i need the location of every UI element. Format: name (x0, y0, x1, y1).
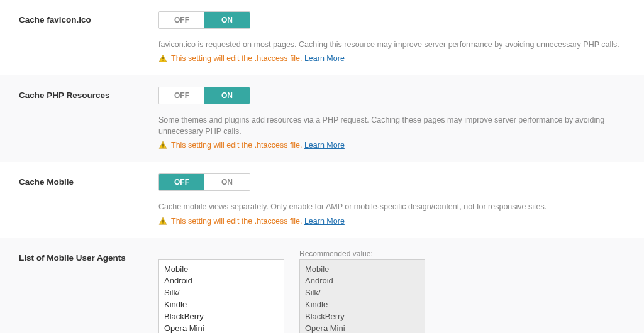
warning-text: This setting will edit the .htaccess fil… (171, 54, 302, 63)
svg-rect-5 (162, 222, 163, 223)
setting-description: Cache mobile views separately. Only enab… (158, 201, 631, 212)
learn-more-link[interactable]: Learn More (304, 141, 345, 150)
setting-content-col: OFF ON Some themes and plugins add resou… (158, 87, 631, 150)
warning-text-wrap: This setting will edit the .htaccess fil… (171, 54, 345, 63)
setting-content-col: OFF ON favicon.ico is requested on most … (158, 11, 631, 63)
warning-row: This setting will edit the .htaccess fil… (158, 141, 631, 150)
setting-description: favicon.ico is requested on most pages. … (158, 39, 631, 50)
toggle-on-button[interactable]: ON (204, 174, 250, 190)
warning-icon (158, 217, 167, 226)
setting-label: Cache PHP Resources (19, 90, 158, 100)
warning-text: This setting will edit the .htaccess fil… (171, 217, 302, 226)
recommended-block: Recommended value: (299, 249, 425, 334)
setting-label-col: List of Mobile User Agents (19, 249, 158, 334)
svg-rect-3 (162, 147, 163, 148)
setting-description: Some themes and plugins add resources vi… (158, 114, 631, 137)
user-agents-block: . (158, 249, 284, 334)
setting-label-col: Cache Mobile (19, 173, 158, 225)
toggle-off-button[interactable]: OFF (159, 12, 204, 28)
svg-rect-2 (162, 144, 163, 146)
setting-row-cache-php: Cache PHP Resources OFF ON Some themes a… (0, 75, 644, 162)
setting-label: Cache Mobile (19, 177, 158, 187)
svg-rect-4 (162, 219, 163, 222)
warning-row: This setting will edit the .htaccess fil… (158, 54, 631, 63)
setting-content-col: . Recommended value: One per line. (158, 249, 631, 334)
recommended-textarea (299, 259, 425, 334)
warning-icon (158, 141, 167, 150)
textarea-pair: . Recommended value: (158, 249, 631, 334)
mobile-agents-textarea[interactable] (158, 259, 284, 334)
setting-content-col: OFF ON Cache mobile views separately. On… (158, 173, 631, 225)
toggle-off-button[interactable]: OFF (159, 87, 204, 104)
svg-rect-0 (162, 57, 163, 60)
warning-text-wrap: This setting will edit the .htaccess fil… (171, 141, 345, 150)
toggle-cache-favicon: OFF ON (158, 11, 250, 29)
toggle-on-button[interactable]: ON (204, 87, 250, 104)
warning-row: This setting will edit the .htaccess fil… (158, 217, 631, 226)
svg-rect-1 (162, 60, 163, 60)
setting-label-col: Cache favicon.ico (19, 11, 158, 63)
toggle-cache-php: OFF ON (158, 87, 250, 104)
setting-row-cache-mobile: Cache Mobile OFF ON Cache mobile views s… (0, 162, 644, 237)
setting-label: List of Mobile User Agents (19, 253, 158, 263)
setting-row-mobile-agents: List of Mobile User Agents . Recommended… (0, 238, 644, 334)
warning-text-wrap: This setting will edit the .htaccess fil… (171, 217, 345, 226)
learn-more-link[interactable]: Learn More (304, 54, 345, 63)
warning-text: This setting will edit the .htaccess fil… (171, 141, 302, 150)
warning-icon (158, 54, 167, 63)
learn-more-link[interactable]: Learn More (304, 217, 345, 226)
setting-label: Cache favicon.ico (19, 15, 158, 25)
toggle-on-button[interactable]: ON (204, 12, 250, 28)
setting-label-col: Cache PHP Resources (19, 87, 158, 150)
toggle-cache-mobile: OFF ON (158, 173, 250, 191)
setting-row-cache-favicon: Cache favicon.ico OFF ON favicon.ico is … (0, 0, 644, 75)
recommended-label: Recommended value: (299, 249, 425, 258)
toggle-off-button[interactable]: OFF (159, 174, 204, 190)
